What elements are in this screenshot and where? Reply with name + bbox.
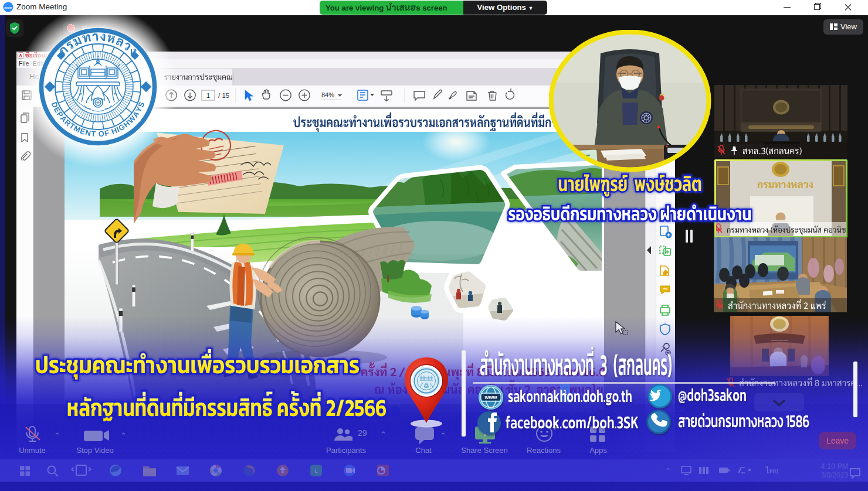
svg-text:zoom: zoom [4,6,12,9]
svg-text:84%: 84% [321,91,334,98]
svg-text:www: www [484,394,497,400]
svg-text:/ 15: / 15 [218,92,229,99]
svg-text:'s screen: 's screen [414,4,447,12]
svg-text:You are viewing: You are viewing [326,4,384,12]
svg-text:1: 1 [206,92,210,99]
